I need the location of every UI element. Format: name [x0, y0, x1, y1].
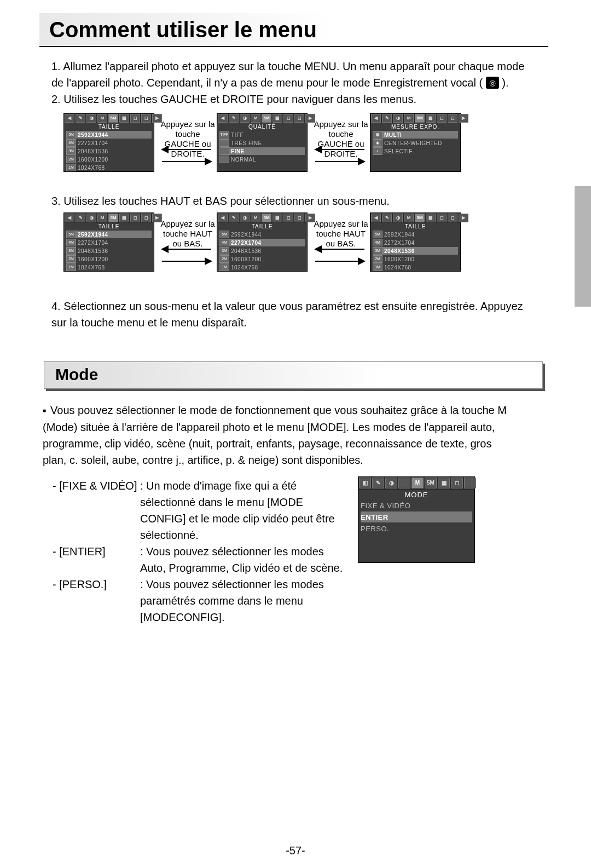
osd-qualite: ◀✎◑M5M▦◻◻▶QUALITÉTIFFTIFFTRÈS FINEFINENO…: [217, 113, 308, 172]
osd-title: TAILLE: [217, 223, 307, 231]
osd-tab-icon: M: [97, 114, 107, 123]
osd-title: MODE: [358, 490, 474, 500]
osd-tab-icon: ◀: [65, 114, 74, 123]
osd-taille-1: ◀✎◑M5M▦◻◻▶TAILLE5M2592X19444M2272X17043M…: [63, 113, 154, 172]
osd-tab-icon: ◑: [240, 114, 250, 123]
osd-item-label: 2592X1944: [78, 132, 152, 138]
osd-tab-icon: ◧: [359, 478, 371, 488]
osd-tab-icon: ◻: [283, 114, 293, 123]
osd-tab-icon: ▶: [459, 114, 468, 123]
osd-tab-icon: ✎: [372, 478, 384, 488]
osd-tab-icon: M: [404, 214, 414, 222]
osd-item-icon: 2M: [66, 156, 76, 163]
osd-item-label: TRÈS FINE: [231, 140, 305, 146]
osd-item-label: 1024X768: [78, 265, 152, 271]
arrow-right-icon: [315, 261, 364, 262]
step-3: 3. Utilisez les touches HAUT et BAS pour…: [51, 193, 528, 209]
osd-tab-icon: ◑: [86, 114, 96, 123]
osd-tab-icon: ◻: [141, 114, 151, 123]
osd-mode: ◧✎◑M5M▦◻MODEFIXE & VIDÉOENTIERPERSO.: [358, 476, 475, 563]
osd-item-label: SÉLECTIF: [384, 148, 458, 154]
arrow-left-icon: [162, 249, 211, 250]
hint-ud-2: Appuyez sur la touche HAUT ou BAS.: [312, 219, 370, 249]
osd-item-label: 1600X1200: [78, 256, 152, 262]
osd-item-label: FINE: [231, 148, 305, 154]
osd-tab-icon: ◻: [437, 214, 447, 222]
def-perso: - [PERSO.] : Vous pouvez sélectionner le…: [53, 576, 348, 625]
osd-menu-item: 5M2592X1944: [66, 231, 152, 238]
step-2: 2. Utilisez les touches GAUCHE et DROITE…: [51, 91, 528, 107]
osd-tab-icon: 5M: [108, 114, 118, 123]
osd-item-icon: 4M: [66, 239, 76, 246]
osd-item-icon: 2M: [373, 255, 383, 263]
bullet-icon: ■: [43, 407, 46, 413]
step-4: 4. Sélectionnez un sous-menu et la valeu…: [51, 298, 528, 331]
osd-item-label: ENTIER: [361, 513, 472, 521]
osd-tab-icon: M: [251, 214, 260, 222]
osd-item-icon: 3M: [373, 247, 383, 255]
osd-tab-icon: ▶: [459, 214, 468, 222]
osd-tab-icon: ◑: [393, 114, 403, 123]
osd-title: QUALITÉ: [217, 123, 307, 131]
osd-tab-icon: ◀: [371, 214, 381, 222]
osd-tab-icon: ✎: [76, 114, 85, 123]
osd-menu-item: 1M1024X768: [373, 263, 458, 271]
osd-tab-icon: M: [412, 478, 424, 488]
osd-tab-icon: 5M: [425, 478, 437, 488]
osd-menu-item: 3M2048X1536: [66, 247, 152, 255]
osd-item-icon: 5M: [66, 131, 76, 139]
arrow-left-icon: [162, 149, 211, 150]
osd-tab-icon: ✎: [229, 214, 239, 222]
osd-tab-icon: ✎: [76, 214, 85, 222]
osd-item-icon: 2M: [219, 255, 229, 263]
osd-taille-2a: ◀✎◑M5M▦◻◻▶TAILLE5M2592X19444M2272X17043M…: [63, 212, 154, 272]
osd-menu-item: 5M2592X1944: [373, 231, 458, 238]
osd-item-icon: 2M: [66, 255, 76, 263]
osd-tab-icon: ◀: [371, 114, 381, 123]
page-number: -57-: [0, 844, 591, 857]
def-fixe-video: - [FIXE & VIDÉO] : Un mode d'image fixe …: [53, 478, 348, 543]
voice-record-icon: ◎: [486, 77, 499, 89]
osd-tab-icon: [464, 478, 476, 488]
osd-item-label: 2272X1704: [384, 240, 458, 246]
osd-item-icon: 4M: [219, 239, 229, 246]
osd-item-icon: 1M: [373, 263, 383, 271]
mode-heading: Mode: [44, 365, 98, 383]
osd-item-label: 1600X1200: [231, 256, 305, 262]
osd-tab-icon: 5M: [262, 114, 271, 123]
osd-tab-icon: ◻: [283, 214, 293, 222]
osd-tab-icon: [398, 478, 410, 488]
osd-tab-icon: ◻: [451, 478, 463, 488]
osd-tab-icon: ◑: [240, 214, 250, 222]
osd-menu-item: FINE: [219, 147, 305, 155]
arrow-left-icon: [315, 249, 364, 250]
osd-taille-2c: ◀✎◑M5M▦◻◻▶TAILLE5M2592X19444M2272X17043M…: [370, 212, 461, 272]
arrow-left-icon: [315, 149, 364, 150]
osd-item-icon: 4M: [373, 239, 383, 246]
osd-item-icon: 1M: [66, 263, 76, 271]
osd-tab-icon: M: [97, 214, 107, 222]
osd-tab-icon: ◻: [141, 214, 151, 222]
osd-tab-icon: ✎: [229, 114, 239, 123]
osd-tab-icon: ▦: [426, 214, 436, 222]
osd-tab-icon: ▦: [119, 214, 129, 222]
osd-item-icon: ▦: [373, 131, 383, 139]
arrow-right-icon: [162, 161, 211, 162]
osd-item-label: 1024X768: [384, 265, 458, 271]
osd-title: TAILLE: [64, 123, 154, 131]
osd-item-label: MULTI: [384, 132, 458, 138]
osd-item-label: 2272X1704: [78, 240, 152, 246]
osd-menu-item: ENTIER: [361, 511, 472, 522]
mode-intro: ■Vous pouvez sélectionner le mode de fon…: [43, 402, 508, 468]
osd-tab-icon: ◻: [437, 114, 447, 123]
osd-item-label: 1600X1200: [78, 157, 152, 163]
osd-item-label: 1600X1200: [384, 256, 458, 262]
osd-menu-item: 1M1024X768: [219, 263, 305, 271]
osd-item-label: 2592X1944: [78, 232, 152, 238]
osd-menu-item: ▪SÉLECTIF: [373, 147, 458, 155]
osd-menu-item: TRÈS FINE: [219, 139, 305, 147]
osd-item-icon: 3M: [66, 247, 76, 255]
osd-menu-item: 5M2592X1944: [219, 231, 305, 238]
osd-taille-2b: ◀✎◑M5M▦◻◻▶TAILLE5M2592X19444M2272X17043M…: [217, 212, 308, 272]
osd-tab-icon: ◑: [393, 214, 403, 222]
